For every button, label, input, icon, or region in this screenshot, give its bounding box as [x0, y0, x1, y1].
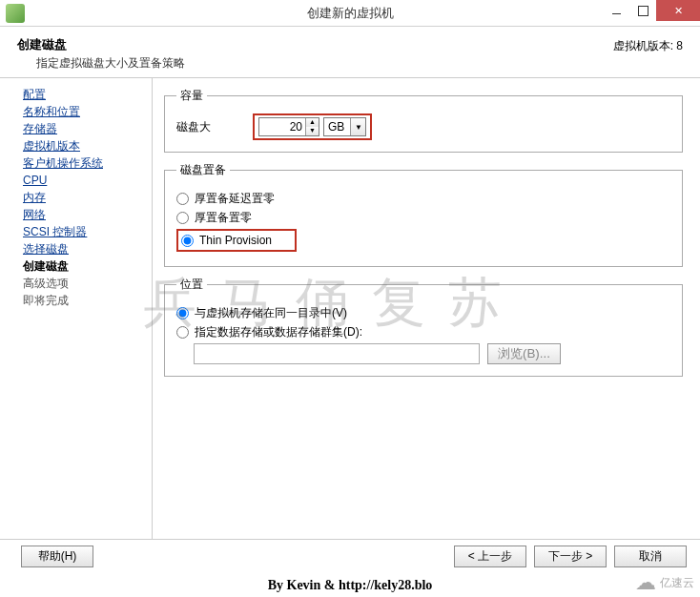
radio-thin-provision[interactable] — [181, 235, 194, 247]
next-button[interactable]: 下一步 > — [534, 546, 607, 567]
disk-unit-value: GB — [324, 120, 350, 134]
nav-advanced: 高级选项 — [11, 275, 152, 292]
page-subtitle: 指定虚拟磁盘大小及置备策略 — [36, 55, 683, 72]
page-title: 创建磁盘 — [17, 36, 683, 53]
wizard-content: 容量 磁盘大 ▲ ▼ GB ▼ — [153, 78, 700, 541]
radio-same-dir-label: 与虚拟机存储在同一目录中(V) — [195, 305, 347, 321]
wizard-footer: 帮助(H) < 上一步 下一步 > 取消 — [0, 539, 700, 573]
disk-size-label: 磁盘大 — [176, 119, 211, 135]
maximize-button[interactable] — [629, 0, 656, 21]
spin-up-icon[interactable]: ▲ — [305, 118, 319, 127]
disk-unit-select[interactable]: GB ▼ — [323, 117, 366, 136]
close-button[interactable] — [656, 0, 700, 21]
window-controls — [603, 0, 700, 21]
vm-version-label: 虚拟机版本: 8 — [613, 38, 683, 54]
nav-config[interactable]: 配置 — [11, 86, 152, 103]
spin-down-icon[interactable]: ▼ — [305, 127, 319, 135]
radio-thick-eager-label: 厚置备置零 — [195, 210, 252, 226]
nav-guest-os[interactable]: 客户机操作系统 — [11, 154, 152, 172]
wizard-steps-sidebar: 配置 名称和位置 存储器 虚拟机版本 客户机操作系统 CPU 内存 网络 SCS… — [0, 78, 153, 541]
cloud-icon: ☁ — [635, 570, 656, 595]
cancel-button[interactable]: 取消 — [614, 546, 687, 567]
disk-size-highlight: ▲ ▼ GB ▼ — [253, 113, 372, 140]
radio-thin-provision-label: Thin Provision — [199, 234, 272, 247]
location-legend: 位置 — [176, 277, 207, 293]
radio-thick-eager[interactable] — [176, 212, 189, 224]
nav-scsi[interactable]: SCSI 控制器 — [11, 223, 152, 240]
disk-size-input[interactable] — [259, 118, 305, 135]
wizard-header: 创建磁盘 指定虚拟磁盘大小及置备策略 虚拟机版本: 8 — [0, 27, 700, 78]
radio-same-dir[interactable] — [176, 307, 189, 319]
brand-logo: ☁亿速云 — [635, 570, 694, 595]
capacity-legend: 容量 — [176, 88, 207, 104]
nav-name-location[interactable]: 名称和位置 — [11, 103, 152, 120]
nav-cpu[interactable]: CPU — [11, 172, 152, 189]
credit-text: By Kevin & http://kely28.blo — [268, 578, 433, 593]
radio-thick-lazy[interactable] — [176, 193, 189, 205]
nav-ready: 即将完成 — [11, 292, 152, 309]
capacity-group: 容量 磁盘大 ▲ ▼ GB ▼ — [164, 88, 683, 153]
datastore-path-input — [194, 343, 480, 364]
radio-specify-datastore-label: 指定数据存储或数据存储群集(D): — [195, 324, 362, 340]
minimize-button[interactable] — [603, 0, 629, 21]
location-group: 位置 与虚拟机存储在同一目录中(V) 指定数据存储或数据存储群集(D): 浏览(… — [164, 277, 683, 377]
nav-network[interactable]: 网络 — [11, 206, 152, 223]
app-icon — [6, 4, 25, 23]
radio-specify-datastore[interactable] — [176, 326, 189, 339]
title-bar: 创建新的虚拟机 — [0, 0, 700, 27]
window-title: 创建新的虚拟机 — [307, 5, 394, 22]
disk-size-spinner[interactable]: ▲ ▼ — [258, 117, 319, 136]
nav-memory[interactable]: 内存 — [11, 189, 152, 206]
nav-storage[interactable]: 存储器 — [11, 120, 152, 137]
back-button[interactable]: < 上一步 — [454, 546, 526, 567]
browse-button: 浏览(B)... — [487, 343, 561, 364]
nav-select-disk[interactable]: 选择磁盘 — [11, 240, 152, 257]
help-button[interactable]: 帮助(H) — [21, 546, 93, 567]
nav-vm-version[interactable]: 虚拟机版本 — [11, 137, 152, 154]
nav-create-disk: 创建磁盘 — [11, 257, 152, 275]
provisioning-legend: 磁盘置备 — [176, 162, 230, 178]
radio-thick-lazy-label: 厚置备延迟置零 — [195, 191, 275, 207]
thin-provision-highlight: Thin Provision — [176, 229, 297, 252]
chevron-down-icon[interactable]: ▼ — [350, 118, 365, 135]
provisioning-group: 磁盘置备 厚置备延迟置零 厚置备置零 Thin Provision — [164, 162, 683, 267]
